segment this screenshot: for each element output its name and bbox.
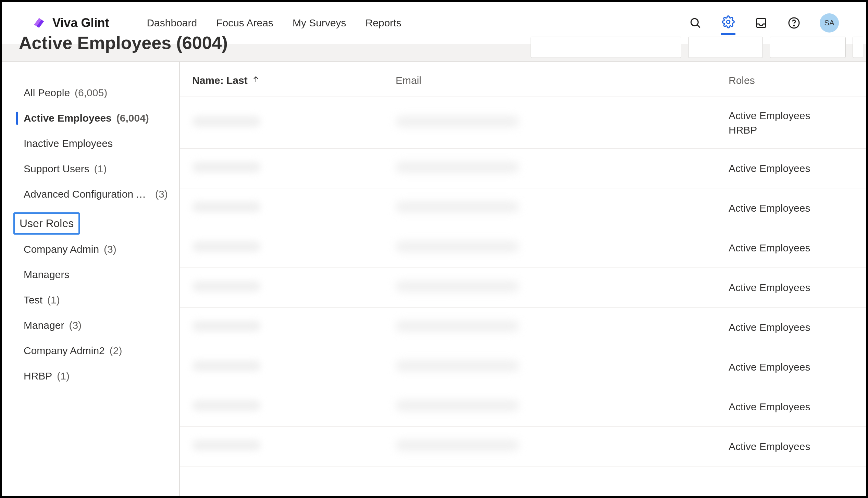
table-row[interactable]: Active Employees <box>180 427 866 466</box>
cell-name <box>192 440 396 453</box>
sort-asc-icon <box>252 75 260 86</box>
cell-name <box>192 321 396 334</box>
cell-name <box>192 241 396 254</box>
toolbar-control-2[interactable] <box>688 37 763 58</box>
sidebar-item-inactive-employees[interactable]: Inactive Employees <box>2 131 179 156</box>
page-toolbar <box>531 37 863 58</box>
cell-roles: Active Employees <box>729 439 846 454</box>
cell-roles: Active Employees <box>729 241 846 255</box>
nav-my-surveys[interactable]: My Surveys <box>293 17 346 29</box>
table-row[interactable]: Active Employees <box>180 387 866 427</box>
cell-email <box>396 440 729 453</box>
cell-email <box>396 281 729 294</box>
content: Name: Last Email Roles Active EmployeesH… <box>180 62 866 496</box>
svg-point-2 <box>727 20 730 24</box>
cell-email <box>396 162 729 175</box>
cell-roles: Active Employees <box>729 320 846 335</box>
table-row[interactable]: Active Employees <box>180 188 866 228</box>
cell-name <box>192 201 396 215</box>
cell-email <box>396 400 729 413</box>
table-row[interactable]: Active Employees <box>180 228 866 268</box>
cell-name <box>192 360 396 374</box>
sidebar-item-count: (1) <box>47 294 60 306</box>
cell-roles: Active Employees <box>729 360 846 374</box>
sidebar-item-label: Managers <box>24 269 69 281</box>
sidebar-item-count: (1) <box>94 163 107 175</box>
column-header-email[interactable]: Email <box>396 75 729 86</box>
sidebar-item-company-admin2[interactable]: Company Admin2(2) <box>2 338 179 363</box>
sidebar-item-label: Company Admin <box>24 244 99 255</box>
sidebar-item-active-employees[interactable]: Active Employees(6,004) <box>2 105 179 131</box>
sidebar-item-label: HRBP <box>24 370 52 382</box>
help-icon[interactable] <box>787 16 801 30</box>
cell-email <box>396 241 729 254</box>
nav-reports[interactable]: Reports <box>365 17 401 29</box>
brand[interactable]: Viva Glint <box>33 16 109 30</box>
sidebar-item-company-admin[interactable]: Company Admin(3) <box>2 237 179 262</box>
cell-name <box>192 116 396 129</box>
nav-focus-areas[interactable]: Focus Areas <box>216 17 273 29</box>
sidebar-item-label: Support Users <box>24 163 89 175</box>
column-header-name-label: Name: Last <box>192 75 248 86</box>
svg-point-0 <box>691 18 698 26</box>
toolbar-control-3[interactable] <box>770 37 846 58</box>
sidebar-item-count: (3) <box>155 188 168 200</box>
product-name: Viva Glint <box>52 16 109 30</box>
column-header-roles[interactable]: Roles <box>729 75 846 86</box>
search-icon[interactable] <box>688 16 703 30</box>
user-avatar[interactable]: SA <box>820 13 839 33</box>
sidebar: All People(6,005)Active Employees(6,004)… <box>2 62 180 496</box>
header-actions: SA <box>688 13 839 33</box>
cell-roles: Active Employees <box>729 281 846 295</box>
main-nav: Dashboard Focus Areas My Surveys Reports <box>147 17 401 29</box>
sidebar-item-count: (1) <box>57 370 70 382</box>
cell-email <box>396 321 729 334</box>
page-strip: Active Employees (6004) <box>2 44 866 61</box>
cell-roles: Active EmployeesHRBP <box>729 109 846 137</box>
sidebar-item-count: (6,005) <box>75 87 107 99</box>
table-header: Name: Last Email Roles <box>180 62 866 97</box>
cell-name <box>192 281 396 294</box>
cell-roles: Active Employees <box>729 161 846 176</box>
sidebar-item-hrbp[interactable]: HRBP(1) <box>2 363 179 389</box>
table-row[interactable]: Active Employees <box>180 149 866 188</box>
sidebar-item-manager[interactable]: Manager(3) <box>2 313 179 338</box>
inbox-icon[interactable] <box>754 16 768 30</box>
sidebar-item-managers[interactable]: Managers <box>2 262 179 287</box>
cell-roles: Active Employees <box>729 400 846 414</box>
sidebar-item-label: Inactive Employees <box>24 138 113 149</box>
svg-point-5 <box>794 25 794 26</box>
toolbar-control-1[interactable] <box>531 37 681 58</box>
sidebar-item-support-users[interactable]: Support Users(1) <box>2 156 179 182</box>
sidebar-item-count: (2) <box>110 345 122 357</box>
table-row[interactable]: Active Employees <box>180 347 866 387</box>
table-row[interactable]: Active Employees <box>180 268 866 308</box>
sidebar-item-count: (6,004) <box>116 112 149 124</box>
cell-name <box>192 400 396 413</box>
cell-email <box>396 201 729 215</box>
sidebar-section-user-roles[interactable]: User Roles <box>13 212 80 235</box>
sidebar-item-test[interactable]: Test(1) <box>2 287 179 313</box>
cell-roles: Active Employees <box>729 201 846 215</box>
sidebar-item-count: (3) <box>69 320 82 331</box>
sidebar-item-label: Test <box>24 294 42 306</box>
page-title: Active Employees (6004) <box>19 33 228 53</box>
sidebar-item-label: Company Admin2 <box>24 345 105 357</box>
toolbar-control-4[interactable] <box>853 37 863 58</box>
sidebar-item-label: All People <box>24 87 70 99</box>
sidebar-item-all-people[interactable]: All People(6,005) <box>2 80 179 105</box>
cell-email <box>396 116 729 129</box>
sidebar-item-count: (3) <box>104 244 116 255</box>
sidebar-item-advanced-configuration-acc-[interactable]: Advanced Configuration Acc…(3) <box>2 182 179 207</box>
svg-rect-3 <box>757 18 766 27</box>
table-row[interactable]: Active Employees <box>180 308 866 347</box>
settings-icon[interactable] <box>721 21 735 35</box>
cell-email <box>396 360 729 374</box>
table-row[interactable]: Active EmployeesHRBP <box>180 97 866 149</box>
main-area: All People(6,005)Active Employees(6,004)… <box>2 61 866 496</box>
sidebar-item-label: Active Employees <box>24 112 112 124</box>
cell-name <box>192 162 396 175</box>
nav-dashboard[interactable]: Dashboard <box>147 17 197 29</box>
column-header-name[interactable]: Name: Last <box>192 75 396 86</box>
viva-glint-logo-icon <box>33 16 46 29</box>
